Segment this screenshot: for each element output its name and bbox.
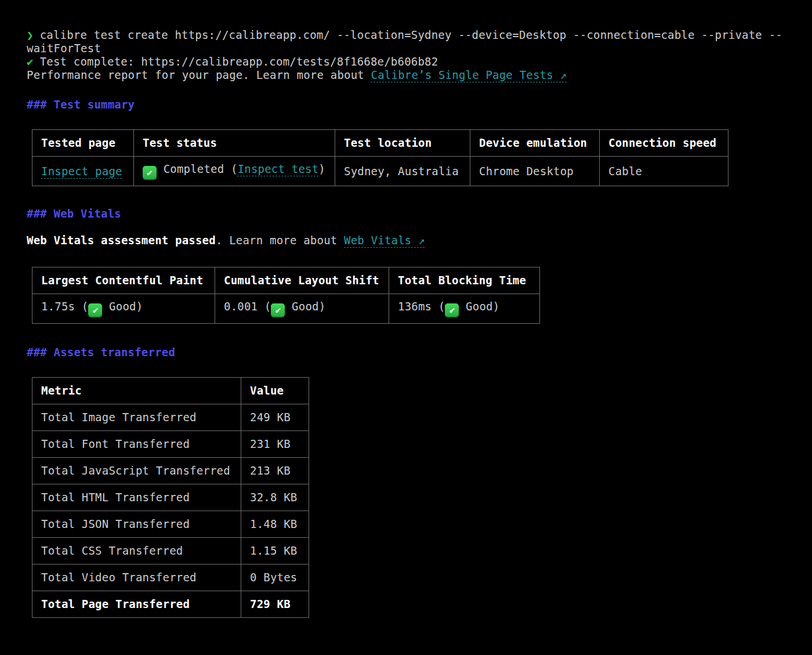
inspect-test-link[interactable]: Inspect test <box>238 162 319 175</box>
value-cell: 32.8 KB <box>241 484 309 511</box>
col-header-test-status: Test status <box>134 130 335 157</box>
status-close-paren: ) <box>318 162 325 175</box>
tested-page-cell: Inspect page <box>32 157 134 186</box>
value-cell: 1.15 KB <box>241 538 309 564</box>
metric-cell-total: Total Page Transferred <box>32 591 241 618</box>
assessment-passed-text: Web Vitals assessment passed <box>27 234 216 247</box>
metric-cell: Total Video Transferred <box>32 564 241 591</box>
web-vitals-data-row: 1.75s (✔ Good) 0.001 (✔ Good) 136ms (✔ G… <box>32 294 540 324</box>
status-text: Completed ( <box>157 162 238 175</box>
web-vitals-header-row: Largest Contentful Paint Cumulative Layo… <box>32 267 540 294</box>
test-location-cell: Sydney, Australia <box>335 157 470 186</box>
table-row-total: Total Page Transferred 729 KB <box>32 591 309 618</box>
command-line-wrap: waitForTest <box>27 42 785 55</box>
device-emulation-cell: Chrome Desktop <box>470 157 600 186</box>
check-emoji-icon: ✔ <box>143 166 157 180</box>
command-line: ❯calibre test create https://calibreapp.… <box>27 28 785 42</box>
value-cell: 213 KB <box>241 458 309 484</box>
table-row: Total JSON Transferred 1.48 KB <box>32 511 309 538</box>
col-header-metric: Metric <box>32 378 241 404</box>
inspect-page-link[interactable]: Inspect page <box>41 165 122 178</box>
result-text: Test complete: https://calibreapp.com/te… <box>40 55 438 68</box>
table-row: Total Image Transferred 249 KB <box>32 404 309 431</box>
col-header-tested-page: Tested page <box>32 130 134 157</box>
single-page-tests-link[interactable]: Calibre’s Single Page Tests ↗ <box>371 68 567 81</box>
web-vitals-link[interactable]: Web Vitals ↗ <box>344 234 425 247</box>
value-cell: 249 KB <box>241 404 309 431</box>
test-summary-header-row: Tested page Test status Test location De… <box>32 130 728 157</box>
value-cell: 0 Bytes <box>241 564 309 591</box>
report-line: Performance report for your page. Learn … <box>27 68 785 82</box>
col-header-value: Value <box>241 378 309 404</box>
check-emoji-icon: ✔ <box>88 303 102 317</box>
command-text: calibre test create https://calibreapp.c… <box>40 28 782 41</box>
web-vitals-table: Largest Contentful Paint Cumulative Layo… <box>32 267 540 324</box>
cls-rating: Good) <box>285 300 325 313</box>
metric-cell: Total CSS Transferred <box>32 538 241 564</box>
assets-header-row: Metric Value <box>32 378 309 404</box>
table-row: Total Font Transferred 231 KB <box>32 431 309 458</box>
table-row: Total CSS Transferred 1.15 KB <box>32 538 309 564</box>
connection-speed-cell: Cable <box>600 157 728 186</box>
metric-cell: Total HTML Transferred <box>32 484 241 511</box>
test-status-cell: ✔ Completed (Inspect test) <box>134 157 335 186</box>
lcp-value: 1.75s ( <box>41 300 88 313</box>
section-heading-assets-transferred: ### Assets transferred <box>27 346 785 359</box>
section-heading-test-summary: ### Test summary <box>27 98 785 111</box>
value-cell: 231 KB <box>241 431 309 458</box>
lcp-rating: Good) <box>102 300 143 313</box>
assessment-rest-text: . Learn more about <box>216 234 344 247</box>
col-header-test-location: Test location <box>335 130 470 157</box>
metric-cell: Total Font Transferred <box>32 431 241 458</box>
tbt-rating: Good) <box>459 300 499 313</box>
value-cell: 1.48 KB <box>241 511 309 538</box>
cls-value: 0.001 ( <box>224 300 271 313</box>
tbt-value: 136ms ( <box>398 300 445 313</box>
metric-cell: Total JavaScript Transferred <box>32 458 241 484</box>
check-emoji-icon: ✔ <box>445 303 459 317</box>
value-cell-total: 729 KB <box>241 591 309 618</box>
col-header-device-emulation: Device emulation <box>470 130 600 157</box>
test-summary-data-row: Inspect page ✔ Completed (Inspect test) … <box>32 157 728 186</box>
terminal-output: ❯calibre test create https://calibreapp.… <box>0 0 812 641</box>
test-summary-table: Tested page Test status Test location De… <box>32 129 728 186</box>
success-check-icon: ✔ <box>27 55 34 68</box>
cls-value-cell: 0.001 (✔ Good) <box>215 294 389 324</box>
col-header-lcp: Largest Contentful Paint <box>32 267 215 294</box>
table-row: Total HTML Transferred 32.8 KB <box>32 484 309 511</box>
check-emoji-icon: ✔ <box>271 303 285 317</box>
prompt-icon: ❯ <box>27 28 34 41</box>
lcp-value-cell: 1.75s (✔ Good) <box>32 294 215 324</box>
section-heading-web-vitals: ### Web Vitals <box>27 207 785 220</box>
result-line: ✔Test complete: https://calibreapp.com/t… <box>27 55 785 68</box>
metric-cell: Total JSON Transferred <box>32 511 241 538</box>
table-row: Total JavaScript Transferred 213 KB <box>32 458 309 484</box>
web-vitals-assessment: Web Vitals assessment passed. Learn more… <box>27 234 785 247</box>
table-row: Total Video Transferred 0 Bytes <box>32 564 309 591</box>
col-header-connection-speed: Connection speed <box>600 130 728 157</box>
assets-transferred-table: Metric Value Total Image Transferred 249… <box>32 377 309 618</box>
report-prefix: Performance report for your page. Learn … <box>27 68 371 81</box>
tbt-value-cell: 136ms (✔ Good) <box>389 294 540 324</box>
col-header-tbt: Total Blocking Time <box>389 267 540 294</box>
col-header-cls: Cumulative Layout Shift <box>215 267 389 294</box>
metric-cell: Total Image Transferred <box>32 404 241 431</box>
